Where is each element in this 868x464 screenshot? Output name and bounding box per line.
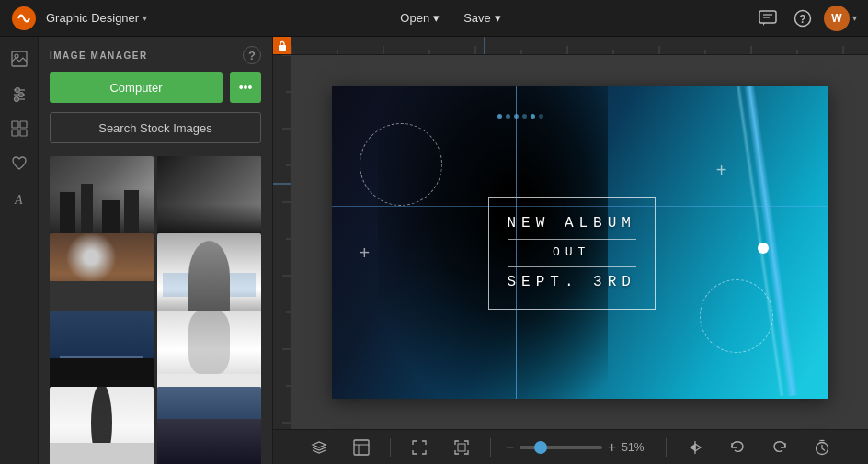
zoom-minus-button[interactable]: − xyxy=(506,439,514,456)
search-stock-button[interactable]: Search Stock Images xyxy=(50,112,261,143)
svg-rect-14 xyxy=(12,121,18,128)
computer-button[interactable]: Computer xyxy=(50,72,223,103)
bottom-divider-2 xyxy=(490,438,491,457)
adjust-nav-button[interactable] xyxy=(5,79,34,108)
deco-circle-1 xyxy=(360,123,442,206)
user-chevron: ▾ xyxy=(852,13,857,23)
image-panel-buttons: Computer ••• xyxy=(39,72,272,112)
svg-text:A: A xyxy=(14,193,23,207)
timer-button[interactable] xyxy=(808,434,836,461)
svg-rect-49 xyxy=(354,440,369,455)
svg-point-9 xyxy=(15,88,19,93)
image-thumb-1[interactable] xyxy=(50,156,154,236)
page-layout-button[interactable] xyxy=(348,434,375,461)
canvas-background: + + NEW ALBUM OUT SEPT. 3RD xyxy=(332,86,828,399)
image-panel-help-button[interactable]: ? xyxy=(243,46,261,64)
app-name-button[interactable]: Graphic Designer ▾ xyxy=(46,11,147,25)
bottom-divider-1 xyxy=(390,438,391,457)
image-panel-title: IMAGE MANAGER xyxy=(50,51,148,61)
image-thumb-3[interactable] xyxy=(50,233,154,313)
svg-rect-15 xyxy=(20,121,27,128)
canvas-scroll: + + NEW ALBUM OUT SEPT. 3RD xyxy=(273,55,868,429)
more-button[interactable]: ••• xyxy=(230,72,261,103)
svg-point-7 xyxy=(15,54,18,58)
zoom-plus-button[interactable]: + xyxy=(608,439,616,456)
svg-rect-35 xyxy=(273,55,291,429)
heart-nav-button[interactable] xyxy=(5,149,34,178)
svg-rect-16 xyxy=(12,130,18,136)
dots-cluster xyxy=(497,114,543,119)
svg-point-11 xyxy=(18,93,23,97)
app-name-label: Graphic Designer xyxy=(46,11,139,25)
topbar: Graphic Designer ▾ Open ▾ Save ▾ ? xyxy=(0,0,868,37)
zoom-percentage: 51% xyxy=(622,441,651,454)
topbar-right: ? W ▾ xyxy=(754,5,857,32)
app-logo[interactable] xyxy=(11,6,37,31)
image-thumb-6[interactable] xyxy=(157,311,261,390)
save-menu-button[interactable]: Save ▾ xyxy=(454,7,510,28)
svg-rect-20 xyxy=(291,37,868,55)
plus-icon-right: + xyxy=(716,160,727,181)
main-layout: A IMAGE MANAGER ? Computer ••• Search St… xyxy=(0,37,868,464)
redo-button[interactable] xyxy=(766,434,794,461)
user-avatar: W xyxy=(824,6,850,31)
zoom-slider[interactable] xyxy=(520,446,602,449)
deco-dot xyxy=(758,243,769,254)
fullscreen-button[interactable] xyxy=(448,434,475,461)
ruler-top xyxy=(273,37,868,55)
canvas-area: + + NEW ALBUM OUT SEPT. 3RD xyxy=(273,37,868,464)
svg-text:?: ? xyxy=(799,13,805,26)
open-menu-button[interactable]: Open ▾ xyxy=(391,7,449,28)
image-thumb-2[interactable] xyxy=(157,156,261,236)
left-icon-nav: A xyxy=(0,37,39,464)
grid-nav-button[interactable] xyxy=(5,114,34,143)
svg-rect-52 xyxy=(458,444,465,451)
ruler-left xyxy=(273,55,291,429)
image-grid xyxy=(39,153,272,464)
deco-circle-2 xyxy=(700,279,773,353)
image-thumb-8[interactable] xyxy=(157,387,261,464)
zoom-control: − + 51% xyxy=(506,439,652,456)
canvas-image: + + NEW ALBUM OUT SEPT. 3RD xyxy=(332,86,828,399)
image-panel: IMAGE MANAGER ? Computer ••• Search Stoc… xyxy=(39,37,273,464)
lock-icon[interactable] xyxy=(273,37,291,55)
ruler-top-marks xyxy=(291,37,868,55)
image-thumb-5[interactable] xyxy=(50,311,154,390)
flip-h-button[interactable] xyxy=(681,434,709,461)
bottom-divider-3 xyxy=(666,438,667,457)
user-avatar-button[interactable]: W ▾ xyxy=(824,6,857,31)
bottom-bar: − + 51% xyxy=(273,429,868,464)
plus-icon-left: + xyxy=(360,243,371,264)
image-nav-button[interactable] xyxy=(5,44,34,74)
ruler-left-marks xyxy=(273,55,291,429)
canvas-viewport[interactable]: + + NEW ALBUM OUT SEPT. 3RD xyxy=(291,55,868,429)
image-panel-header: IMAGE MANAGER ? xyxy=(39,37,272,72)
image-thumb-4[interactable] xyxy=(157,233,261,313)
svg-point-13 xyxy=(14,97,18,102)
svg-rect-19 xyxy=(279,45,286,51)
svg-rect-17 xyxy=(20,130,27,136)
fit-canvas-button[interactable] xyxy=(405,434,433,461)
layers-button[interactable] xyxy=(305,434,333,461)
help-icon-button[interactable]: ? xyxy=(789,5,817,32)
topbar-center: Open ▾ Save ▾ xyxy=(147,7,754,28)
image-thumb-7[interactable] xyxy=(50,387,154,464)
text-nav-button[interactable]: A xyxy=(5,184,34,213)
undo-button[interactable] xyxy=(724,434,751,461)
comments-icon-button[interactable] xyxy=(754,5,782,32)
